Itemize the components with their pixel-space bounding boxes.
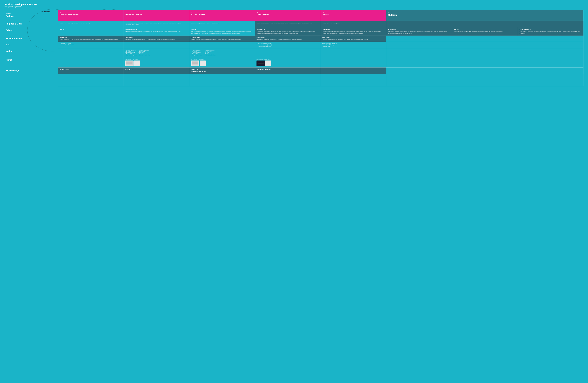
driver5-text: If engineering doesn't deliver what was … [323, 31, 384, 34]
key-info-label: Key Information [6, 37, 57, 40]
phase6-cell: ⑥ Outcome [386, 10, 583, 21]
purpose5-text: Quality assurance and deployment. [323, 22, 384, 24]
notion4-cell [255, 48, 321, 57]
figma2-thumb2 [134, 61, 140, 66]
driver7-text: If we don't know how it performed, it's … [454, 31, 516, 33]
phase2-title: Refine the Problem [126, 14, 187, 16]
figma5-cell [321, 57, 386, 67]
jira4-item3: Design Acceptance Criteria [256, 46, 319, 47]
phase5-icon: ⑤ [323, 12, 384, 13]
phase3-problem: ③ Design Solution [189, 10, 255, 21]
driver-label: Driver [6, 29, 57, 31]
notion2-item7: Rough Scope [138, 51, 150, 52]
phase1-cell: ① Prioritize the Problem [58, 10, 124, 21]
keyinfo1-cell: Job Stories Framing the problem in a Job… [58, 36, 124, 42]
meeting6-cell [386, 67, 583, 74]
notion-row-header: Notion [4, 48, 58, 57]
notion3-item7: Design Scope [204, 51, 215, 52]
meeting2-cell: Design Crit [124, 67, 189, 74]
driver6-text: If the team is spending too much time on… [388, 31, 450, 34]
driver3-cell: Design If the design solves the problem,… [189, 27, 255, 36]
main-table: Phases Problem ① Prioritize the Problem … [4, 10, 584, 86]
phase1-problem: ① Prioritize the Problem [58, 10, 124, 21]
driver-row: Driver Product Product + Design If the a… [4, 27, 584, 36]
keyinfo3-cell: Feature Pages Validating job stories, de… [189, 36, 255, 42]
jira3-cell [189, 42, 255, 48]
notion3-item9: Timeline [204, 53, 215, 54]
figma3-cell: Key Thumbnail Signal Paper [189, 57, 255, 67]
figma6-cell [386, 57, 583, 67]
driver3-text: If the design solves the problem, but do… [191, 31, 253, 34]
keyinfo5-cell: User Stories Describing the feature from… [321, 36, 386, 42]
notion2-item8: No-Goes [138, 52, 150, 53]
notion3-item5: Design meeting notes [191, 54, 202, 56]
phase6-problem: ⑥ Outcome [386, 10, 583, 21]
jira-row-header: Jira [4, 42, 58, 48]
notion2-item4: Feature KPIs [125, 53, 137, 54]
driver6-owner: Engineering [388, 29, 450, 30]
driver8-text: If it doesn't solve the problem, it's on… [520, 31, 582, 34]
meeting3-cell: Design Crit User Story Refinement [189, 67, 255, 74]
phases-badge: Phases [6, 13, 11, 14]
driver-row-header: Driver [4, 27, 58, 36]
figma-row: Figma Key Thumbnail Signal Paper [4, 57, 584, 67]
page-wrapper: Product Development Process Last Updated… [0, 0, 588, 89]
phase6-title: Outcome [388, 14, 582, 16]
keyinfo2-text: Validating job stories, defining the out… [125, 39, 188, 40]
figma4-thumb1: Engineering Ready [256, 61, 265, 66]
figma2-cell: Key Thumbnail Signal Paper [124, 57, 189, 67]
problem-label: Problem [6, 15, 57, 17]
empty1 [58, 74, 124, 86]
purpose4-cell: Define user stories with a clear outcome… [255, 21, 321, 27]
figma2-thumb1 [125, 61, 134, 66]
figma4-thumbs: Key Thumbnail Signal Paper Engineering R… [256, 59, 319, 66]
phase4-problem: ④ Build Solution [255, 10, 320, 21]
driver2-cell: Product + Design If the analysis of the … [124, 27, 189, 36]
driver5-cell: Engineering If engineering doesn't deliv… [321, 27, 386, 36]
empty-row [4, 74, 584, 86]
notion2-item10: Potential Rabbit Holes [138, 54, 150, 56]
keyinfo6-cell [386, 36, 583, 42]
purpose3-text: Design, prototype and test a solution. T… [191, 22, 253, 24]
driver2-owner: Product + Design [126, 29, 187, 30]
jira1-cell: Problem to be solved Using Problem Frame… [58, 42, 124, 48]
notion2-item5: Design meeting notes [125, 54, 137, 56]
notion2-item9: Timeline [138, 53, 150, 54]
jira6-cell [386, 42, 583, 48]
notion-label: Notion [6, 50, 57, 52]
figma3-thumb1 [191, 61, 199, 66]
notion2-item2: Research [125, 51, 137, 52]
phase3-title: Design Solution [191, 14, 253, 16]
key-info-row: Key Information Job Stories Framing the … [4, 36, 584, 42]
figma2-thumbs: Key Thumbnail Signal Paper [125, 59, 188, 66]
keyinfo3-text: Validating job stories, defining the out… [191, 39, 253, 40]
jira4-cell: Description (user perspective) Acceptanc… [255, 42, 321, 48]
figma1-cell [58, 57, 124, 67]
phase2-icon: ② [126, 12, 187, 13]
phase2-cell: ② Refine the Problem [124, 10, 189, 21]
purpose-row: Purpose & Goal What's next. Strong align… [4, 21, 584, 27]
problem-row: Phases Problem ① Prioritize the Problem … [4, 10, 584, 21]
jira1-item2: Using Problem Frameworks [60, 44, 122, 45]
notion5-cell [321, 48, 386, 57]
empty4 [255, 74, 321, 86]
driver7-owner: Product [454, 29, 516, 30]
notion3-item8: No-Goes [204, 52, 215, 53]
purpose1-text: What's next. Strong alignment with the p… [60, 22, 122, 24]
keyinfo3-title: Feature Pages [191, 37, 253, 38]
empty-row-header [4, 74, 58, 86]
phase4-title: Build Solution [257, 14, 319, 16]
phase6-icon: ⑥ [388, 12, 582, 13]
empty2 [124, 74, 189, 86]
meeting3-sub: User Story Refinement [191, 71, 253, 72]
phase4-cell: ④ Build Solution [255, 10, 321, 21]
jira5-item1: Description (user perspective) [322, 43, 385, 44]
notion2-item6: Acceptance Criteria / [138, 50, 150, 51]
keyinfo2-cell: Job Stories Validating job stories, defi… [124, 36, 189, 42]
purpose4-text: Define user stories with a clear outcome… [257, 22, 319, 24]
meeting4-title: Engineering Planning [256, 69, 319, 70]
keyinfo4-text: Describing the feature from user perspec… [256, 39, 319, 40]
jira5-item2: Acceptance Criteria (process) [322, 44, 385, 45]
notion3-item1: Problem Statement [191, 50, 202, 51]
meetings-row-header: Key Meetings [4, 67, 58, 74]
